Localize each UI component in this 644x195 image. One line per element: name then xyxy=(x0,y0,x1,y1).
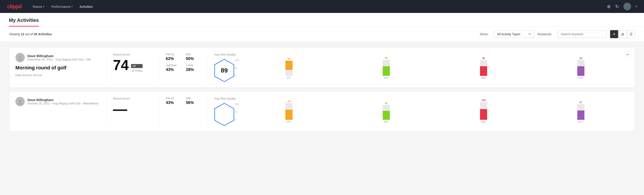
hex-score: 89 xyxy=(221,67,228,74)
gir-label: GIR xyxy=(186,97,202,100)
round-score-section: Round Score — xyxy=(113,97,153,116)
bar-arg-value: 106 xyxy=(482,99,486,102)
bar-ott-value: 94 xyxy=(288,100,290,103)
bar-app-label: APP xyxy=(384,121,388,123)
card-divider xyxy=(208,97,208,126)
bar-arg-rect xyxy=(480,102,487,120)
y-label-50: 50 xyxy=(235,67,239,70)
nav-performance[interactable]: Performance ▾ xyxy=(51,3,72,10)
grid-icon: ⊞ xyxy=(621,32,624,36)
bar-putt-label: PUTT xyxy=(578,77,584,79)
list-icon: ≡ xyxy=(613,32,615,36)
fw-hit-label: FW Hit xyxy=(166,53,182,56)
keywords-label: Keywords: xyxy=(538,32,552,36)
edit-icon: ✏ xyxy=(626,53,629,56)
viewing-label: Activities xyxy=(38,32,52,36)
edit-button[interactable]: ✏ xyxy=(624,51,631,58)
card-left: Dave Billingham December 05, 2021 - Gog … xyxy=(16,53,100,77)
page-title: My Activities xyxy=(9,13,39,26)
viewing-total: 29 xyxy=(34,32,37,36)
stats-grid: FW Hit 62% GIR 50% Up/Down 43% 1 Putt 28… xyxy=(166,53,202,72)
activity-card: Dave Billingham October 16, 2021 - Gog M… xyxy=(9,91,635,132)
updown-value: 43% xyxy=(166,68,182,72)
stats-grid: FW Hit 43% GIR 56% xyxy=(166,97,202,105)
hexagon xyxy=(214,103,234,126)
user-row: Dave Billingham December 05, 2021 - Gog … xyxy=(16,53,100,62)
fw-hit-value: 62% xyxy=(166,56,182,61)
y-label-0: 0 xyxy=(235,74,239,77)
bar-bg xyxy=(286,103,292,110)
gir-value: 56% xyxy=(186,100,202,105)
user-avatar-icon xyxy=(17,55,23,60)
round-score-label: Round Score xyxy=(113,97,153,100)
bar-arg: 89 ARG xyxy=(436,57,531,79)
user-icon: 👤 xyxy=(626,5,629,8)
one-putt-label: 1 Putt xyxy=(186,64,202,67)
bar-app-bg xyxy=(383,60,390,66)
bar-ott-rect xyxy=(286,61,292,76)
activities-list: Dave Billingham December 05, 2021 - Gog … xyxy=(0,42,644,137)
hexagon: 89 xyxy=(214,59,234,82)
y-label-100: 100 xyxy=(235,59,239,62)
avg-shot-label: Avg Shot Quality xyxy=(214,97,236,100)
bar-app-rect xyxy=(383,60,390,76)
gir-value: 50% xyxy=(186,56,202,61)
bar-ott-label: OTT xyxy=(287,121,291,123)
search-input[interactable] xyxy=(558,30,606,38)
avatar[interactable]: 👤 xyxy=(624,3,631,10)
round-score-section: Round Score 74 +4 18 Holes xyxy=(113,53,153,72)
avg-shot-quality-section: Avg Shot Quality 89 100 50 0 xyxy=(214,53,628,82)
one-putt-value: 28% xyxy=(186,68,202,72)
bar-putt-label: PUTT xyxy=(578,121,584,123)
user-info: Dave Billingham October 16, 2021 - Gog M… xyxy=(28,98,98,105)
view-compact-button[interactable]: ☰ xyxy=(627,30,635,38)
bar-app-value: 90 xyxy=(385,57,388,59)
bar-ott: 85 OTT xyxy=(241,58,337,79)
compact-icon: ☰ xyxy=(630,32,632,36)
score-badge: +4 xyxy=(131,64,142,68)
user-date: December 05, 2021 - Gog Magog Golf Club … xyxy=(28,58,90,61)
bar-ott-rect xyxy=(286,103,292,120)
add-icon[interactable]: ⊕ xyxy=(607,4,611,9)
bar-putt-value: 87 xyxy=(580,101,582,104)
bar-ott-value: 85 xyxy=(288,58,290,60)
chart-bars: 100 50 0 85 OTT 90 xyxy=(241,59,628,79)
bar-putt: 89 PUTT xyxy=(533,57,628,79)
stat-one-putt: 1 Putt 28% xyxy=(186,64,202,72)
chevron-down-icon: ▾ xyxy=(72,5,72,8)
bar-arg: 106 ARG xyxy=(436,99,531,123)
svg-point-0 xyxy=(19,56,22,58)
card-divider xyxy=(106,53,107,82)
chevron-down-icon[interactable]: ▾ xyxy=(636,5,637,8)
user-info: Dave Billingham December 05, 2021 - Gog … xyxy=(28,54,90,61)
user-avatar-icon xyxy=(17,98,23,104)
data-source: Data Source: Arccos xyxy=(16,74,100,77)
card-divider xyxy=(106,97,107,126)
bar-app-label: APP xyxy=(384,77,388,79)
svg-marker-5 xyxy=(215,103,234,126)
view-list-button[interactable]: ≡ xyxy=(610,30,618,38)
bar-bg xyxy=(480,102,487,109)
avatar xyxy=(16,53,25,62)
nav-teams[interactable]: Teams ▾ xyxy=(32,3,44,10)
bar-ott-label: OTT xyxy=(287,77,291,79)
round-score-label: Round Score xyxy=(113,53,153,56)
view-grid-button[interactable]: ⊞ xyxy=(618,30,626,38)
activity-type-select[interactable]: All Activity Types Round Practice xyxy=(494,30,534,38)
bar-arg-label: ARG xyxy=(481,77,486,79)
activity-card: Dave Billingham December 05, 2021 - Gog … xyxy=(9,47,635,88)
fw-hit-value: 43% xyxy=(166,100,182,105)
refresh-icon[interactable]: ↻ xyxy=(615,4,619,9)
y-axis: 100 50 0 xyxy=(235,59,239,77)
show-label: Show: xyxy=(480,32,488,36)
chart-bars: 100 50 0 94 OTT 82 xyxy=(241,103,628,123)
bar-putt-rect xyxy=(577,104,584,120)
svg-point-4 xyxy=(18,103,22,104)
app-logo[interactable]: clippd xyxy=(7,3,22,10)
nav-activities[interactable]: Activities xyxy=(80,3,93,10)
user-row: Dave Billingham October 16, 2021 - Gog M… xyxy=(16,97,100,106)
score-number: 74 xyxy=(113,58,129,72)
bar-app: 82 APP xyxy=(338,102,434,123)
stats-section: FW Hit 62% GIR 50% Up/Down 43% 1 Putt 28… xyxy=(166,53,202,72)
bar-bg xyxy=(577,104,584,110)
